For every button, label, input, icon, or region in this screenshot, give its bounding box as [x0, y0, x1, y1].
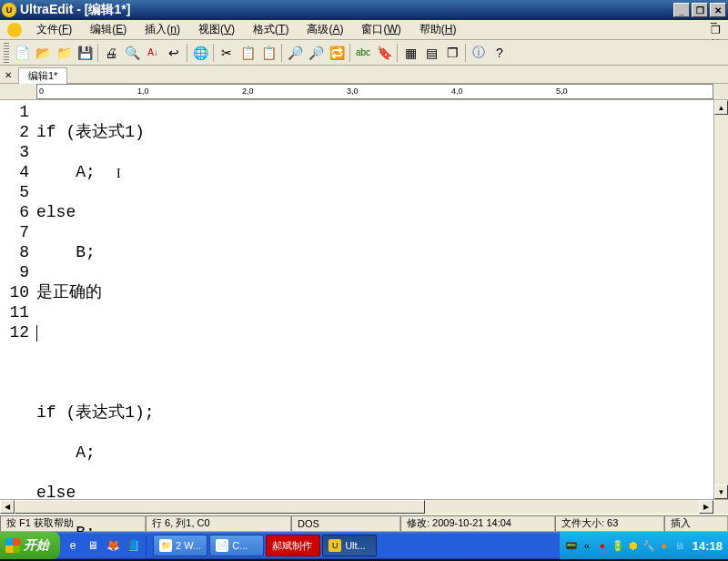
- quick-launch-desktop-icon[interactable]: 🖥: [84, 536, 102, 556]
- spell-check-icon[interactable]: abc: [353, 43, 373, 63]
- scroll-track[interactable]: [15, 500, 699, 514]
- menu-help[interactable]: 帮助(H): [412, 20, 464, 39]
- quick-launch-app-icon[interactable]: 📘: [124, 536, 142, 556]
- taskbar-clock[interactable]: 14:18: [693, 539, 723, 553]
- context-help-icon[interactable]: ?: [490, 43, 510, 63]
- scroll-down-icon[interactable]: ▼: [714, 484, 728, 499]
- document-icon: 📄: [216, 539, 228, 552]
- text-caret: [36, 325, 37, 342]
- tray-icon[interactable]: 🔋: [612, 539, 624, 552]
- child-restore-button[interactable]: ❐: [711, 24, 721, 36]
- sort-icon[interactable]: A↓: [143, 43, 163, 63]
- quick-launch-ie-icon[interactable]: e: [64, 536, 82, 556]
- window-title: UltraEdit - [编辑1*]: [20, 2, 673, 18]
- line-number: 12: [0, 322, 29, 342]
- web-icon[interactable]: 🌐: [190, 43, 210, 63]
- code-line: else: [36, 202, 713, 222]
- tray-icon[interactable]: ●: [596, 539, 609, 552]
- editor-area: 1 2 3 4 5 6 7 8 9 10 11 12 if (表达式1) A; …: [0, 100, 728, 499]
- find-icon[interactable]: 🔎: [285, 43, 305, 63]
- line-number: 10: [0, 282, 29, 302]
- child-minimize-button[interactable]: _: [711, 11, 721, 24]
- open-file-icon[interactable]: 📂: [33, 43, 53, 63]
- windows-taskbar: 开始 e 🖥 🦊 📘 📁2 W... 📄C... 郝斌制作 UUlt... 📟 …: [0, 532, 728, 559]
- menu-format[interactable]: 格式(T): [246, 20, 296, 39]
- paste-icon[interactable]: 📋: [258, 43, 278, 63]
- scroll-track[interactable]: [714, 115, 728, 484]
- line-number: 8: [0, 242, 29, 262]
- vertical-scrollbar[interactable]: ▲ ▼: [713, 100, 728, 499]
- line-number: 3: [0, 142, 29, 162]
- menu-window[interactable]: 窗口(W): [354, 20, 408, 39]
- text-cursor-ibeam: I: [116, 164, 121, 184]
- line-number: 9: [0, 262, 29, 282]
- tray-icon[interactable]: ●: [658, 539, 671, 552]
- task-button[interactable]: 📄C...: [209, 535, 264, 556]
- minimize-button[interactable]: _: [673, 3, 690, 17]
- ruler-mark: 4,0: [451, 87, 463, 96]
- restore-button[interactable]: ❐: [692, 3, 708, 17]
- code-line: if (表达式1): [36, 122, 713, 142]
- line-number: 1: [0, 102, 29, 122]
- ruler-mark: 0: [39, 87, 44, 96]
- toolbar: 📄 📂 📁 💾 🖨 🔍 A↓ ↩ 🌐 ✂ 📋 📋 🔎 🔎 🔁 abc 🔖 ▦ ▤…: [0, 40, 728, 66]
- copy-icon[interactable]: 📋: [238, 43, 258, 63]
- menu-bar: 文件(F) 编辑(E) 插入(n) 视图(V) 格式(T) 高级(A) 窗口(W…: [0, 20, 728, 40]
- line-number: 11: [0, 302, 29, 322]
- code-line: B;I: [36, 242, 713, 262]
- help-icon[interactable]: ⓘ: [469, 43, 489, 63]
- tray-icon[interactable]: 🔧: [642, 539, 655, 552]
- code-line: [36, 322, 713, 342]
- menu-view[interactable]: 视图(V): [191, 20, 242, 39]
- word-wrap-icon[interactable]: ↩: [164, 43, 184, 63]
- tab-close-icon[interactable]: ✕: [2, 68, 15, 81]
- code-line: A;: [36, 162, 713, 182]
- tile-horizontal-icon[interactable]: ▦: [400, 43, 420, 63]
- bookmark-icon[interactable]: 🔖: [374, 43, 394, 63]
- toolbar-grip[interactable]: [4, 43, 9, 63]
- open-quick-icon[interactable]: 📁: [54, 43, 74, 63]
- code-line: 是正确的: [36, 282, 713, 302]
- tray-icon[interactable]: 📟: [565, 539, 578, 552]
- task-button[interactable]: 郝斌制作: [266, 535, 320, 556]
- system-tray: 📟 « ● 🔋 ⬢ 🔧 ● 🖥 14:18: [560, 532, 728, 559]
- tray-chevron-icon[interactable]: «: [581, 539, 593, 552]
- scroll-corner: [713, 500, 728, 514]
- replace-icon[interactable]: 🔁: [327, 43, 347, 63]
- start-button[interactable]: 开始: [0, 532, 60, 559]
- scroll-up-icon[interactable]: ▲: [714, 100, 728, 115]
- task-button[interactable]: 📁2 W...: [153, 535, 207, 556]
- cut-icon[interactable]: ✂: [217, 43, 237, 63]
- print-icon[interactable]: 🖨: [101, 43, 121, 63]
- menu-file[interactable]: 文件(F): [29, 20, 79, 39]
- ruler-mark: 1,0: [137, 87, 149, 96]
- code-line: if (表达式1);: [36, 403, 713, 423]
- print-preview-icon[interactable]: 🔍: [122, 43, 142, 63]
- ultraedit-icon: U: [329, 539, 341, 552]
- menu-edit[interactable]: 编辑(E): [83, 20, 134, 39]
- document-icon: [7, 23, 22, 37]
- menu-advanced[interactable]: 高级(A): [299, 20, 350, 39]
- new-file-icon[interactable]: 📄: [12, 43, 32, 63]
- document-tab[interactable]: 编辑1*: [18, 67, 67, 84]
- horizontal-scrollbar[interactable]: ◀ ▶: [0, 499, 728, 514]
- tile-vertical-icon[interactable]: ▤: [421, 43, 441, 63]
- scroll-thumb[interactable]: [15, 500, 425, 514]
- tray-icon[interactable]: 🖥: [673, 539, 686, 552]
- ruler-mark: 3,0: [347, 87, 359, 96]
- app-icon: U: [2, 3, 16, 17]
- save-icon[interactable]: 💾: [75, 43, 95, 63]
- task-button-active[interactable]: UUlt...: [322, 535, 377, 556]
- tray-icon[interactable]: ⬢: [627, 539, 640, 552]
- code-editor[interactable]: if (表达式1) A; else B;I 是正确的 if (表达式1); A;…: [33, 100, 713, 499]
- quick-launch-firefox-icon[interactable]: 🦊: [104, 536, 122, 556]
- menu-insert[interactable]: 插入(n): [137, 20, 187, 39]
- find-next-icon[interactable]: 🔎: [306, 43, 326, 63]
- scroll-left-icon[interactable]: ◀: [0, 500, 15, 514]
- line-number: 4: [0, 162, 29, 182]
- cascade-icon[interactable]: ❐: [442, 43, 462, 63]
- line-number: 7: [0, 222, 29, 242]
- quick-launch: e 🖥 🦊 📘: [60, 536, 152, 556]
- ruler-mark: 5,0: [556, 87, 568, 96]
- ruler: 0 1,0 2,0 3,0 4,0 5,0: [0, 84, 728, 100]
